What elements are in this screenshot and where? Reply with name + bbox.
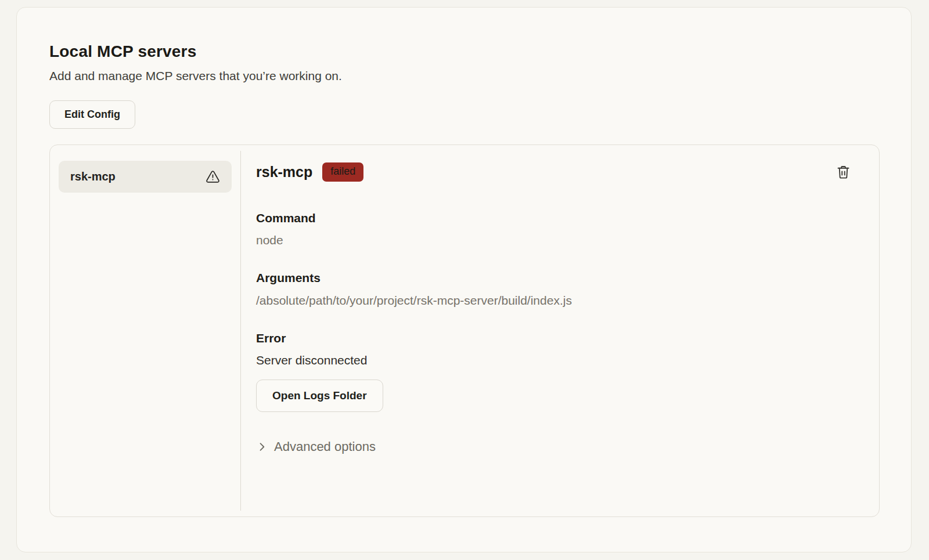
arguments-field: Arguments /absolute/path/to/your/project… — [256, 270, 852, 307]
server-list-item-label: rsk-mcp — [70, 170, 116, 183]
advanced-options-toggle[interactable]: Advanced options — [256, 439, 376, 454]
edit-config-button[interactable]: Edit Config — [49, 100, 135, 129]
open-logs-folder-button[interactable]: Open Logs Folder — [256, 380, 383, 412]
server-detail-header: rsk-mcp failed — [256, 160, 852, 184]
error-field: Error Server disconnected — [256, 331, 852, 367]
command-label: Command — [256, 211, 852, 225]
local-mcp-servers-card: Local MCP servers Add and manage MCP ser… — [16, 7, 912, 552]
server-list-sidebar: rsk-mcp — [50, 145, 240, 516]
delete-server-button[interactable] — [834, 163, 852, 181]
page-title: Local MCP servers — [49, 42, 878, 61]
status-badge: failed — [322, 162, 363, 182]
arguments-label: Arguments — [256, 270, 852, 285]
chevron-right-icon — [256, 441, 268, 453]
server-detail-header-left: rsk-mcp failed — [256, 162, 363, 182]
error-value: Server disconnected — [256, 353, 852, 367]
command-field: Command node — [256, 211, 852, 247]
error-label: Error — [256, 331, 852, 345]
page-subtitle: Add and manage MCP servers that you’re w… — [49, 69, 878, 83]
server-list-item-rsk-mcp[interactable]: rsk-mcp — [59, 161, 232, 193]
server-panel: rsk-mcp rsk-mcp failed — [49, 144, 880, 517]
arguments-value: /absolute/path/to/your/project/rsk-mcp-s… — [256, 293, 852, 308]
advanced-options-label: Advanced options — [274, 439, 376, 454]
command-value: node — [256, 233, 852, 247]
server-detail-pane: rsk-mcp failed Co — [241, 145, 879, 516]
warning-triangle-icon — [206, 169, 220, 184]
trash-icon — [836, 164, 851, 180]
server-detail-title: rsk-mcp — [256, 164, 312, 180]
